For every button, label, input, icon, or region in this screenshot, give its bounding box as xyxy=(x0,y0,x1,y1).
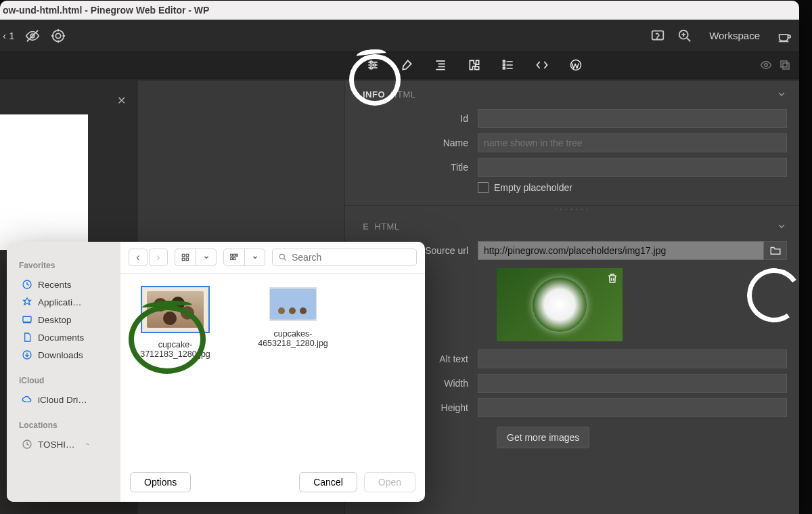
sidebar-item-icloud-drive[interactable]: iCloud Dri… xyxy=(19,391,120,408)
alt-text-input[interactable] xyxy=(478,349,787,368)
svg-rect-50 xyxy=(231,258,233,260)
empty-placeholder-checkbox[interactable] xyxy=(478,182,489,193)
help-icon[interactable] xyxy=(650,28,666,44)
file-grid: cupcake-3712183_1280.jpg cupcakes-465321… xyxy=(120,274,425,465)
svg-rect-47 xyxy=(231,254,233,256)
cancel-button[interactable]: Cancel xyxy=(299,472,357,492)
svg-point-3 xyxy=(55,33,60,38)
svg-rect-34 xyxy=(781,61,787,67)
search-icon xyxy=(278,253,288,262)
name-input[interactable] xyxy=(478,133,787,152)
dandelion-placeholder xyxy=(533,278,587,332)
grid-view-icon[interactable] xyxy=(175,249,196,265)
wordpress-icon[interactable] xyxy=(568,58,583,72)
svg-rect-29 xyxy=(503,64,505,66)
svg-rect-49 xyxy=(236,254,238,256)
sidebar-item-downloads[interactable]: Downloads xyxy=(19,346,120,364)
chevron-down-icon[interactable] xyxy=(196,249,216,265)
title-input[interactable] xyxy=(478,158,787,177)
id-label: Id xyxy=(363,113,478,124)
visibility-icon[interactable] xyxy=(24,28,41,44)
list-icon[interactable] xyxy=(501,58,516,72)
browse-folder-icon[interactable] xyxy=(764,241,787,260)
zoom-in-icon[interactable] xyxy=(677,28,693,44)
svg-line-53 xyxy=(284,259,286,261)
puzzle-icon[interactable] xyxy=(467,58,482,72)
finder-footer: Options Cancel Open xyxy=(120,465,425,502)
locations-group: Locations xyxy=(19,421,120,430)
open-button[interactable]: Open xyxy=(364,472,415,492)
svg-rect-44 xyxy=(186,254,189,257)
image-section-header[interactable]: E HTML xyxy=(345,213,799,238)
target-icon[interactable] xyxy=(50,28,66,44)
name-label: Name xyxy=(363,137,478,148)
file-name: cupcakes-4653218_1280.jpg xyxy=(249,329,337,348)
brush-icon[interactable] xyxy=(399,58,414,72)
window-titlebar: ow-und-html.html - Pinegrow Web Editor -… xyxy=(0,1,799,20)
sidebar-item-desktop[interactable]: Desktop xyxy=(19,311,120,328)
svg-line-11 xyxy=(687,37,691,41)
eye-icon[interactable] xyxy=(760,59,772,71)
canvas-preview xyxy=(0,114,88,250)
trash-icon[interactable] xyxy=(606,272,618,284)
svg-rect-51 xyxy=(233,258,235,260)
back-button[interactable]: ‹ xyxy=(129,249,148,266)
info-section-header[interactable]: INFO HTML xyxy=(345,81,799,106)
sliders-icon[interactable] xyxy=(365,58,380,72)
height-input[interactable] xyxy=(478,398,787,417)
group-view-icon[interactable] xyxy=(224,249,244,265)
section-sublabel-html: HTML xyxy=(390,89,415,100)
svg-rect-43 xyxy=(182,254,185,257)
options-button[interactable]: Options xyxy=(130,472,191,492)
svg-point-52 xyxy=(279,254,284,259)
file-open-dialog: Favorites Recents Applicati… Desktop Doc… xyxy=(7,242,425,502)
section-sublabel-html2: HTML xyxy=(374,221,399,232)
finder-search-input[interactable] xyxy=(292,252,411,263)
svg-rect-28 xyxy=(503,60,505,62)
view-mode-1[interactable] xyxy=(175,249,217,266)
section-label-image-partial: E xyxy=(363,221,369,232)
svg-point-9 xyxy=(657,39,658,39)
sidebar-item-recents[interactable]: Recents xyxy=(19,276,120,293)
tree-icon[interactable] xyxy=(433,58,448,72)
file-item[interactable]: cupcake-3712183_1280.jpg xyxy=(131,287,219,452)
zoom-indicator[interactable]: ‹ 1 xyxy=(3,30,15,41)
sidebar-item-applications[interactable]: Applicati… xyxy=(19,293,120,311)
file-item[interactable]: cupcakes-4653218_1280.jpg xyxy=(249,287,337,452)
svg-rect-33 xyxy=(783,63,789,69)
forward-button[interactable]: › xyxy=(149,249,168,266)
chevron-down-icon[interactable] xyxy=(244,249,265,265)
chevron-down-icon[interactable] xyxy=(776,89,787,100)
close-icon[interactable]: ✕ xyxy=(117,94,126,107)
coffee-icon[interactable] xyxy=(776,28,792,44)
copy-icon[interactable] xyxy=(779,59,791,71)
source-url-input[interactable] xyxy=(478,241,764,260)
svg-point-18 xyxy=(370,61,372,63)
chevron-down-icon[interactable] xyxy=(776,221,787,232)
code-icon[interactable] xyxy=(535,58,549,72)
id-input[interactable] xyxy=(478,109,787,128)
sidebar-item-documents[interactable]: Documents xyxy=(19,328,120,346)
finder-search[interactable] xyxy=(272,249,417,266)
favorites-group: Favorites xyxy=(19,261,120,270)
panel-mode-strip xyxy=(0,52,799,79)
svg-point-19 xyxy=(374,64,376,66)
image-preview xyxy=(497,268,623,341)
top-toolbar: ‹ 1 Workspace xyxy=(0,20,799,52)
resize-handle[interactable]: • • • • • • • xyxy=(345,206,799,213)
empty-placeholder-label: Empty placeholder xyxy=(494,182,572,193)
title-label: Title xyxy=(363,162,478,173)
sidebar-item-toshi[interactable]: TOSHI… xyxy=(19,435,120,453)
icloud-group: iCloud xyxy=(19,376,120,385)
workspace-menu[interactable]: Workspace xyxy=(704,30,765,41)
svg-rect-48 xyxy=(233,254,235,256)
svg-rect-30 xyxy=(503,67,505,69)
get-more-images-button[interactable]: Get more images xyxy=(497,427,589,448)
svg-point-32 xyxy=(765,64,768,67)
view-mode-2[interactable] xyxy=(223,249,265,266)
svg-rect-46 xyxy=(186,258,189,261)
svg-rect-38 xyxy=(23,316,31,322)
width-input[interactable] xyxy=(478,374,787,393)
svg-point-20 xyxy=(370,67,372,69)
window-title: ow-und-html.html - Pinegrow Web Editor -… xyxy=(3,5,209,16)
